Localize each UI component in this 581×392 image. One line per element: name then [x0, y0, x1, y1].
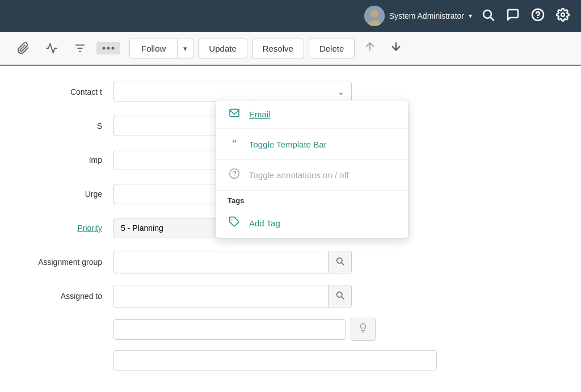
email-icon: [228, 108, 241, 120]
urgency-label: Urge: [23, 189, 113, 199]
contact-type-chevron-icon: ⌄: [338, 87, 344, 96]
dropdown-arrow: [245, 100, 256, 100]
assignment-group-search-button[interactable]: [328, 251, 351, 273]
tags-section-label: Tags: [216, 191, 408, 208]
resolve-button[interactable]: Resolve: [252, 39, 304, 58]
assigned-to-input[interactable]: [114, 286, 328, 306]
svg-line-19: [342, 297, 344, 299]
filter-button[interactable]: [68, 39, 92, 58]
search-icon[interactable]: [479, 6, 497, 26]
assignment-group-input[interactable]: [114, 252, 328, 272]
extra-input-field[interactable]: [113, 350, 437, 370]
update-button[interactable]: Update: [198, 39, 247, 58]
toggle-template-bar-menu-item[interactable]: “ Toggle Template Bar: [216, 129, 408, 160]
assignment-group-label: Assignment group: [23, 258, 113, 267]
chat-icon[interactable]: [504, 6, 522, 26]
user-name: System Administrator: [389, 11, 464, 20]
svg-line-4: [491, 18, 494, 21]
follow-button[interactable]: Follow: [130, 39, 177, 58]
navigate-up-button[interactable]: [359, 38, 381, 58]
avatar: [364, 6, 385, 26]
question-circle-icon: [228, 168, 241, 182]
assigned-to-row: Assigned to: [23, 284, 558, 309]
svg-point-7: [561, 13, 565, 16]
contact-type-field[interactable]: ⌄: [113, 82, 352, 102]
assigned-to-search-button[interactable]: [328, 285, 351, 307]
quote-icon: “: [228, 137, 241, 151]
add-tag-menu-item[interactable]: Add Tag: [216, 208, 408, 238]
svg-point-11: [103, 47, 106, 50]
svg-point-13: [112, 47, 115, 50]
impact-label: Imp: [23, 155, 113, 165]
toggle-annotations-label: Toggle annotations on / off: [249, 170, 349, 180]
svg-line-17: [342, 263, 344, 265]
idea-button[interactable]: [351, 318, 376, 341]
top-navigation: System Administrator ▾: [0, 0, 581, 32]
more-options-dropdown: Email “ Toggle Template Bar Toggle annot…: [216, 100, 409, 239]
assigned-to-label: Assigned to: [23, 292, 113, 301]
follow-caret-button[interactable]: ▾: [177, 39, 193, 58]
email-label: Email: [249, 109, 271, 119]
help-icon[interactable]: [529, 6, 547, 26]
assignment-group-field[interactable]: [113, 251, 352, 273]
status-label: S: [23, 121, 113, 130]
assigned-to-field[interactable]: [113, 285, 352, 307]
email-menu-item[interactable]: Email: [216, 100, 408, 129]
svg-rect-22: [230, 109, 239, 117]
toolbar: Follow ▾ Update Resolve Delete: [0, 32, 581, 66]
bottom-input-row: [23, 318, 558, 341]
bottom-input-field[interactable]: [113, 319, 346, 340]
priority-label[interactable]: Priority: [23, 224, 113, 233]
more-options-button[interactable]: [96, 42, 120, 54]
navigate-down-button[interactable]: [385, 38, 407, 58]
user-chevron: ▾: [469, 12, 472, 20]
user-menu[interactable]: System Administrator ▾: [364, 6, 472, 26]
svg-point-12: [107, 47, 110, 50]
extra-input-row: [23, 350, 558, 370]
activity-button[interactable]: [40, 39, 64, 58]
tag-icon: [228, 216, 241, 230]
settings-icon[interactable]: [554, 6, 572, 26]
main-content: Contact t ⌄ S ⌄ Imp ⌄ Urge ⌄ Priority 5 …: [0, 66, 581, 392]
add-tag-label: Add Tag: [249, 218, 280, 228]
assignment-group-row: Assignment group: [23, 250, 558, 275]
follow-button-group: Follow ▾: [129, 39, 193, 58]
attach-button[interactable]: [11, 39, 35, 58]
svg-point-1: [371, 10, 378, 18]
toggle-annotations-menu-item[interactable]: Toggle annotations on / off: [216, 160, 408, 191]
toggle-template-bar-label: Toggle Template Bar: [249, 140, 326, 149]
delete-button[interactable]: Delete: [309, 39, 355, 58]
contact-type-label: Contact t: [23, 87, 113, 96]
priority-value: 5 - Planning: [121, 224, 163, 233]
